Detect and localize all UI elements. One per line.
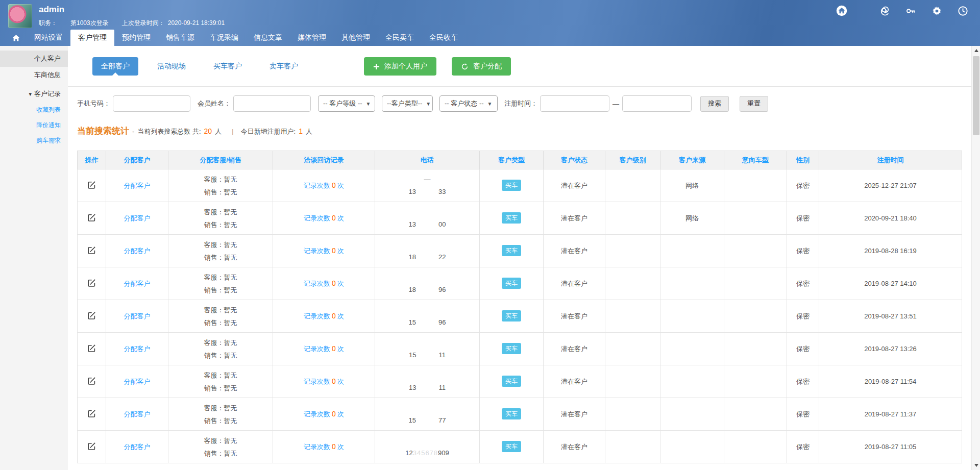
assign-customer-button[interactable]: 客户分配	[452, 57, 511, 76]
cell-reg-time: 2025-12-27 21:07	[819, 169, 962, 202]
member-name-input[interactable]	[233, 95, 311, 112]
service-line: 客服：暂无	[168, 271, 273, 284]
sidebar-item-3[interactable]: 收藏列表	[0, 102, 68, 117]
record-link[interactable]: 记录次数0次	[304, 214, 344, 222]
edit-icon[interactable]	[87, 311, 96, 320]
cell-intent-model	[724, 398, 787, 431]
edit-icon[interactable]	[87, 376, 96, 386]
edit-icon[interactable]	[87, 180, 96, 190]
record-count: 0	[332, 312, 336, 320]
record-unit: 次	[337, 410, 344, 418]
sidebar-item-0[interactable]: 个人客户	[0, 51, 68, 67]
assign-customer-link[interactable]: 分配客户	[124, 312, 151, 320]
sales-line: 销售：暂无	[168, 316, 273, 329]
cell-status: 潜在客户	[544, 431, 605, 463]
stats-total-count: 20	[204, 127, 212, 135]
record-link[interactable]: 记录次数0次	[304, 182, 344, 189]
nav-item-8[interactable]: 全民卖车	[378, 30, 422, 46]
add-user-button[interactable]: 添加个人用户	[364, 57, 436, 76]
phone-left: 15	[409, 416, 416, 424]
record-prefix: 记录次数	[304, 247, 330, 255]
nav-item-0[interactable]: 网站设置	[27, 30, 70, 46]
username: admin	[39, 4, 228, 15]
sidebar-item-4[interactable]: 降价通知	[0, 117, 68, 133]
cell-service-sales: 客服：暂无销售：暂无	[168, 202, 273, 235]
reset-button[interactable]: 重置	[740, 96, 768, 112]
record-unit: 次	[337, 443, 344, 451]
edit-icon[interactable]	[87, 343, 96, 353]
spiral-icon[interactable]	[878, 5, 891, 17]
scroll-up-arrow-icon[interactable]	[972, 46, 980, 55]
cell-level	[605, 169, 660, 202]
sidebar-item-5[interactable]: 购车需求	[0, 133, 68, 148]
scrollbar-thumb[interactable]	[973, 56, 979, 135]
record-link[interactable]: 记录次数0次	[304, 280, 344, 287]
cell-phone: 1822	[375, 235, 480, 267]
edit-icon[interactable]	[87, 409, 96, 418]
sales-prefix: 销售：	[204, 254, 224, 261]
regtime-to-input[interactable]	[622, 95, 692, 112]
edit-icon[interactable]	[87, 441, 96, 451]
assign-customer-link[interactable]: 分配客户	[124, 247, 151, 255]
tab-1[interactable]: 活动现场	[149, 57, 194, 76]
record-link[interactable]: 记录次数0次	[304, 247, 344, 255]
edit-icon[interactable]	[87, 278, 96, 288]
assign-customer-link[interactable]: 分配客户	[124, 182, 151, 189]
customer-status-select[interactable]: -- 客户状态 -- ▼	[439, 95, 498, 112]
cell-source	[660, 431, 724, 463]
sales-value: 暂无	[224, 450, 237, 457]
nav-item-9[interactable]: 全民收车	[422, 30, 465, 46]
regtime-from-input[interactable]	[540, 95, 609, 112]
record-count: 0	[332, 246, 336, 255]
search-button[interactable]: 搜索	[700, 96, 729, 112]
nav-item-3[interactable]: 销售车源	[158, 30, 202, 46]
cell-intent-model	[724, 169, 787, 202]
record-link[interactable]: 记录次数0次	[304, 312, 344, 320]
sidebar-item-label: 收藏列表	[36, 106, 61, 113]
sidebar-item-2[interactable]: ▾客户记录	[0, 86, 68, 102]
customer-type-select[interactable]: --客户类型-- ▼	[382, 95, 433, 112]
assign-customer-link[interactable]: 分配客户	[124, 443, 151, 451]
assign-customer-link[interactable]: 分配客户	[124, 280, 151, 287]
edit-icon[interactable]	[87, 213, 96, 222]
home-circle-icon[interactable]	[836, 5, 848, 17]
phone-input[interactable]	[113, 95, 190, 112]
assign-customer-link[interactable]: 分配客户	[124, 378, 151, 385]
assign-customer-link[interactable]: 分配客户	[124, 410, 151, 418]
nav-item-1[interactable]: 客户管理	[70, 30, 114, 46]
record-unit: 次	[337, 247, 344, 255]
nav-item-2[interactable]: 预约管理	[114, 30, 158, 46]
assign-customer-link[interactable]: 分配客户	[124, 345, 151, 353]
cell-record: 记录次数0次	[273, 365, 375, 398]
key-icon[interactable]	[904, 5, 917, 17]
clock-icon[interactable]	[957, 5, 969, 17]
user-block: admin 职务：第1003次登录上次登录时间：2020-09-21 18:39…	[39, 4, 228, 28]
cell-source	[660, 267, 724, 300]
customer-type-badge: 买车	[502, 180, 521, 191]
nav-home-icon[interactable]	[5, 30, 27, 46]
record-link[interactable]: 记录次数0次	[304, 345, 344, 353]
nav-item-4[interactable]: 车况采编	[202, 30, 246, 46]
record-link[interactable]: 记录次数0次	[304, 378, 344, 385]
tab-0[interactable]: 全部客户	[92, 57, 138, 76]
phone-left: 15	[409, 351, 416, 359]
cell-intent-model	[724, 365, 787, 398]
cell-actions	[78, 202, 106, 235]
record-link[interactable]: 记录次数0次	[304, 443, 344, 451]
record-count: 0	[332, 279, 336, 287]
tab-3[interactable]: 卖车客户	[261, 57, 307, 76]
nav-item-5[interactable]: 信息文章	[246, 30, 290, 46]
customer-level-select[interactable]: -- 客户等级 -- ▼	[318, 95, 375, 112]
phone-number: 1300	[375, 218, 479, 231]
tab-2[interactable]: 买车客户	[205, 57, 251, 76]
nav-item-6[interactable]: 媒体管理	[290, 30, 334, 46]
vertical-scrollbar[interactable]	[971, 46, 980, 470]
edit-icon[interactable]	[87, 245, 96, 255]
gear-icon[interactable]	[930, 5, 943, 17]
scroll-down-arrow-icon[interactable]	[972, 461, 980, 469]
record-link[interactable]: 记录次数0次	[304, 410, 344, 418]
cell-assign: 分配客户	[106, 202, 168, 235]
nav-item-7[interactable]: 其他管理	[334, 30, 378, 46]
sidebar-item-1[interactable]: 车商信息	[0, 67, 68, 83]
assign-customer-link[interactable]: 分配客户	[124, 214, 151, 222]
